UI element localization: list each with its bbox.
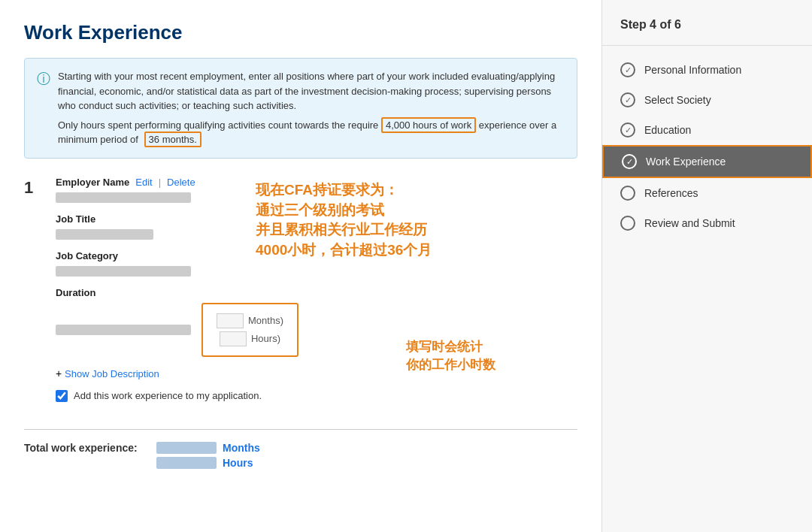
duration-bar <box>56 325 191 335</box>
sidebar-item-education[interactable]: ✓ Education <box>602 115 812 145</box>
add-work-experience-label: Add this work experience to my applicati… <box>74 390 262 401</box>
sidebar-item-work-experience[interactable]: ✓ Work Experience <box>602 145 812 178</box>
job-category-value <box>56 266 191 277</box>
job-title-header: Job Title <box>56 213 577 225</box>
review-submit-label: Review and Submit <box>644 217 735 229</box>
duration-label: Duration <box>56 287 95 298</box>
hours-input[interactable] <box>220 331 247 346</box>
info-paragraph-1: Starting with your most recent employmen… <box>58 69 565 113</box>
step-header: Step 4 of 6 <box>602 18 812 46</box>
sidebar-item-references[interactable]: References <box>602 178 812 208</box>
employer-entry: 1 Employer Name Edit | Delete Job Title <box>24 177 577 417</box>
hours-unit: Hours) <box>251 333 280 344</box>
info-paragraph-2: Only hours spent performing qualifying a… <box>58 118 565 147</box>
show-job-desc-section: + Show Job Description <box>56 367 577 379</box>
job-title-section: Job Title <box>56 213 577 240</box>
delete-link[interactable]: Delete <box>167 177 195 188</box>
main-content: Work Experience ⓘ Starting with your mos… <box>0 0 601 532</box>
references-label: References <box>644 187 698 199</box>
total-values: Months Hours <box>156 442 260 469</box>
job-category-header: Job Category <box>56 250 577 261</box>
sidebar-item-select-society[interactable]: ✓ Select Society <box>602 85 812 115</box>
edit-link[interactable]: Edit <box>135 177 152 188</box>
info-text-part2: Only hours spent performing qualifying a… <box>58 119 378 131</box>
divider <box>24 429 577 430</box>
add-work-experience-checkbox[interactable] <box>56 390 68 402</box>
duration-section: Duration Months) Hours) <box>56 287 577 357</box>
hours-row: Hours) <box>220 331 280 346</box>
duration-box: Months) Hours) <box>201 303 298 357</box>
total-hours-bar <box>156 457 217 469</box>
employer-name-header: Employer Name Edit | Delete <box>56 177 577 188</box>
education-label: Education <box>644 124 691 136</box>
entry-fields: Employer Name Edit | Delete Job Title Jo… <box>56 177 577 417</box>
employer-name-section: Employer Name Edit | Delete <box>56 177 577 203</box>
highlight-hours: 4,000 hours of work <box>381 117 476 133</box>
job-title-value <box>56 229 153 240</box>
sidebar-item-personal-information[interactable]: ✓ Personal Information <box>602 55 812 85</box>
info-box: ⓘ Starting with your most recent employm… <box>24 58 577 159</box>
work-experience-label: Work Experience <box>646 156 726 168</box>
total-months-row: Months <box>156 442 260 454</box>
employer-name-label: Employer Name <box>56 177 129 188</box>
review-submit-check-icon <box>620 216 635 231</box>
personal-information-label: Personal Information <box>644 64 741 76</box>
employer-name-value <box>56 192 191 203</box>
info-text: Starting with your most recent employmen… <box>58 69 565 147</box>
page-title: Work Experience <box>24 21 577 44</box>
show-job-desc-prefix: + <box>56 367 65 379</box>
references-check-icon <box>620 186 635 201</box>
personal-information-check-icon: ✓ <box>620 62 635 77</box>
select-society-check-icon: ✓ <box>620 92 635 107</box>
work-experience-check-icon: ✓ <box>622 154 637 169</box>
job-title-label: Job Title <box>56 213 95 225</box>
job-category-section: Job Category <box>56 250 577 277</box>
total-hours-unit: Hours <box>223 457 253 469</box>
months-row: Months) <box>217 313 283 328</box>
months-input[interactable] <box>217 313 244 328</box>
entry-number: 1 <box>24 178 42 417</box>
duration-inputs: Months) Hours) <box>56 303 577 357</box>
select-society-label: Select Society <box>644 94 711 106</box>
months-unit: Months) <box>248 315 283 326</box>
education-check-icon: ✓ <box>620 122 635 138</box>
highlight-months: 36 months. <box>144 131 201 147</box>
sidebar: Step 4 of 6 ✓ Personal Information ✓ Sel… <box>601 0 812 532</box>
duration-header: Duration <box>56 287 577 298</box>
add-work-experience-row: Add this work experience to my applicati… <box>56 390 577 402</box>
show-job-desc-link[interactable]: Show Job Description <box>65 368 159 379</box>
info-icon: ⓘ <box>37 70 50 88</box>
total-section: Total work experience: Months Hours <box>24 442 577 469</box>
job-category-label: Job Category <box>56 250 118 261</box>
total-label: Total work experience: <box>24 442 144 454</box>
total-months-unit: Months <box>223 442 260 454</box>
sidebar-item-review-submit[interactable]: Review and Submit <box>602 208 812 238</box>
total-months-bar <box>156 442 217 454</box>
total-hours-row: Hours <box>156 457 260 469</box>
